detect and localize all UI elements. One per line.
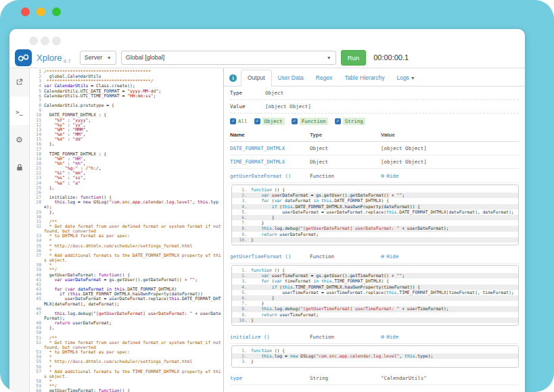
- cell-type: Function: [310, 173, 381, 179]
- traffic-light-zoom[interactable]: [52, 7, 61, 16]
- editor-line: 41 var userDateFormat = gs.getUser().get…: [30, 278, 223, 283]
- editor-line: 60 getUserTimeFormat: function() {: [30, 389, 223, 392]
- circle-minus-icon: ⊖: [381, 333, 384, 340]
- member-name-link[interactable]: initialize (): [230, 334, 270, 340]
- table-row: getUserDateFormat ()Function⊖ Hide: [230, 169, 519, 183]
- summary-value: [object Object]: [265, 103, 311, 109]
- code-line: 1.function () {: [232, 187, 518, 193]
- code-line: 8. this.log.debug("[getUserDateFormat] u…: [232, 226, 518, 231]
- app-version: 4.7: [64, 58, 71, 64]
- execution-timer: 00:00:00.1: [373, 53, 409, 62]
- cell-value: [object Object]: [381, 159, 427, 165]
- header-value: Value: [381, 132, 519, 138]
- rail-button-terminal-icon[interactable]: >_: [9, 97, 29, 125]
- table-row: TIME_FORMAT_DHTMLXObject[object Object]: [230, 155, 519, 169]
- app-title: Xplore4.7: [37, 51, 71, 64]
- traffic-light-close[interactable]: [21, 7, 30, 16]
- rail-button-lock-icon[interactable]: [9, 153, 29, 182]
- header-name: Name: [230, 132, 310, 138]
- table-header-row: NameTypeValue: [230, 128, 519, 142]
- scope-select[interactable]: Global [global] ▼: [121, 51, 336, 65]
- editor-line: 38 *: [30, 263, 223, 268]
- hide-toggle-link[interactable]: ⊖ Hide: [381, 333, 398, 340]
- chevron-down-icon: ▼: [107, 55, 112, 60]
- summary-label: Type: [230, 90, 265, 96]
- member-name-link[interactable]: getUserTimeFormat (): [230, 253, 291, 260]
- main-split: >_⚙ 1/**********************************…: [9, 68, 525, 392]
- hide-toggle-link[interactable]: ⊖ Hide: [381, 172, 398, 179]
- member-name-link[interactable]: TIME_FORMAT_DHTMLX: [230, 159, 285, 165]
- scope-select-value: Global [global]: [126, 54, 165, 61]
- code-line: 5. userDateFormat = userDateFormat.repla…: [232, 210, 518, 215]
- window-dot-zoom[interactable]: [52, 36, 61, 45]
- rail-button-gear-icon[interactable]: ⚙: [9, 125, 29, 153]
- glasses-icon: [18, 53, 29, 62]
- hide-toggle-link[interactable]: ⊖ Hide: [381, 253, 398, 260]
- info-icon[interactable]: i: [229, 74, 237, 82]
- code-line: 7. }: [232, 220, 518, 226]
- editor-line: 16 },: [30, 142, 223, 147]
- tab-regex[interactable]: Regex: [310, 70, 339, 86]
- filter-label: Object: [262, 118, 285, 125]
- tab-user-data[interactable]: User Data: [272, 70, 310, 86]
- type-filters: ✓All✓Object✓Function✓String: [230, 114, 519, 128]
- table-row: getUserTimeFormat ()Function⊖ Hide: [230, 249, 519, 264]
- results-tabbar: i OutputUser DataRegexTable HierarchyLog…: [224, 68, 525, 87]
- script-editor[interactable]: 1/**************************************…: [30, 68, 224, 392]
- editor-line: 25 },: [30, 186, 223, 191]
- rail-button-open-external-icon[interactable]: [9, 68, 29, 97]
- server-select-value: Server: [85, 54, 103, 61]
- filter-label: Function: [300, 118, 328, 125]
- run-button[interactable]: Run: [341, 50, 366, 66]
- tab-output[interactable]: Output: [241, 70, 272, 87]
- checkbox-string[interactable]: ✓: [335, 118, 341, 124]
- browser-frame: Xplore4.7 Server ▼ Global [global] ▼ Run…: [0, 0, 554, 392]
- editor-line: 28 this.log = new GSLog("com.snc.app.cal…: [30, 200, 223, 210]
- code-line: 2. this.log = new GSLog("com.snc.app.cal…: [232, 353, 518, 359]
- header-type: Type: [310, 132, 381, 138]
- filter-object: ✓Object: [254, 118, 285, 125]
- code-line: 6. }: [232, 295, 518, 301]
- member-name-link[interactable]: getUserDateFormat (): [230, 173, 291, 179]
- code-line: 10.}: [232, 318, 518, 323]
- table-row: DATE_FORMAT_DHTMLXObject[object Object]: [230, 142, 519, 155]
- editor-line: 37 * Add additional formats to the DATE_…: [30, 253, 223, 263]
- editor-line: 8CalendarUtils.prototype = {: [30, 103, 223, 108]
- code-line: 5. userTimeFormat = userTimeFormat.repla…: [232, 290, 518, 295]
- filter-label: String: [343, 118, 365, 125]
- circle-minus-icon: ⊖: [381, 172, 384, 179]
- editor-line: 33 * to DHTMLX format as per spec:: [30, 234, 223, 239]
- server-select[interactable]: Server ▼: [80, 51, 116, 65]
- member-name-link[interactable]: DATE_FORMAT_DHTMLX: [230, 145, 285, 151]
- traffic-light-minimize[interactable]: [37, 7, 45, 16]
- window-dot-minimize[interactable]: [41, 36, 49, 45]
- chevron-down-icon: ▼: [327, 55, 331, 60]
- code-line: 3.}: [232, 359, 518, 364]
- code-line: 4. if (this.TIME_FORMAT_DHTMLX.hasOwnPro…: [232, 285, 518, 290]
- xplore-window: Xplore4.7 Server ▼ Global [global] ▼ Run…: [9, 29, 525, 392]
- cell-value: "CalendarUtils": [381, 375, 427, 381]
- editor-line: 6CalendarUtils.UTC_TIME_FORMAT = "HH:mm:…: [30, 94, 223, 99]
- tab-table-hierarchy[interactable]: Table Hierarchy: [338, 70, 390, 86]
- function-source-block: 1.function () {2. var userTimeFormat = g…: [231, 265, 519, 326]
- tab-logs[interactable]: Logs ▼: [390, 70, 421, 86]
- code-line: 9. return userTimeFormat;: [232, 312, 518, 318]
- code-line: 9. return userDateFormat;: [232, 232, 518, 237]
- checkbox-object[interactable]: ✓: [254, 118, 260, 124]
- cell-type: Object: [310, 159, 381, 165]
- checkbox-all[interactable]: ✓: [230, 118, 236, 124]
- code-line: 1.function () {: [232, 268, 518, 273]
- filter-all: ✓All: [230, 118, 248, 124]
- window-dot-close[interactable]: [29, 36, 38, 45]
- editor-line: 58 *: [30, 379, 223, 384]
- results-content: TypeObjectValue[object Object]✓All✓Objec…: [224, 87, 525, 392]
- cell-type: Object: [310, 145, 381, 151]
- code-line: 2. var userTimeFormat = gs.getUser().get…: [232, 273, 518, 278]
- code-line: 8. this.log.debug("[getUserTimeFormat] u…: [232, 306, 518, 312]
- code-line: 10.}: [232, 237, 518, 243]
- checkbox-function[interactable]: ✓: [292, 118, 298, 124]
- editor-line: 49 },: [30, 326, 223, 330]
- editor-line: 15 "%d" : "dd": [30, 137, 223, 142]
- table-row: typeString"CalendarUtils": [230, 372, 519, 385]
- member-name-link[interactable]: type: [230, 375, 242, 381]
